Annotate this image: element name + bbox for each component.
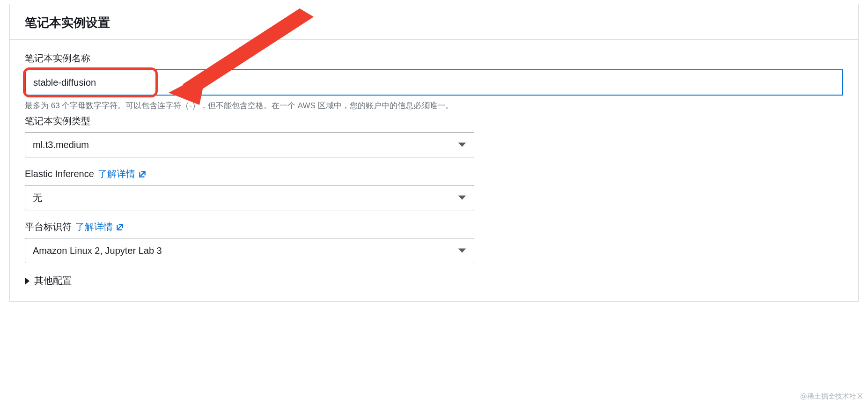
notebook-name-input[interactable] — [25, 69, 843, 96]
instance-type-value: ml.t3.medium — [33, 140, 89, 150]
field-instance-type: 笔记本实例类型 ml.t3.medium — [25, 115, 843, 157]
platform-identifier-select[interactable]: Amazon Linux 2, Jupyter Lab 3 — [25, 238, 474, 263]
elastic-inference-value: 无 — [33, 192, 42, 204]
platform-identifier-value: Amazon Linux 2, Jupyter Lab 3 — [33, 245, 162, 256]
notebook-settings-panel: 笔记本实例设置 笔记本实例名称 最多为 63 个字母数字字符。可以包含连字符（-… — [9, 4, 859, 302]
label-elastic-inference: Elastic Inference — [25, 169, 94, 179]
label-instance-type: 笔记本实例类型 — [25, 115, 843, 127]
label-notebook-name: 笔记本实例名称 — [25, 52, 843, 65]
other-config-label: 其他配置 — [34, 274, 72, 287]
panel-body: 笔记本实例名称 最多为 63 个字母数字字符。可以包含连字符（-），但不能包含空… — [10, 40, 858, 287]
help-notebook-name: 最多为 63 个字母数字字符。可以包含连字符（-），但不能包含空格。在一个 AW… — [25, 100, 843, 111]
link-text: 了解详情 — [98, 168, 135, 180]
external-link-icon — [116, 223, 124, 231]
caret-right-icon — [25, 277, 29, 285]
label-platform-identifier: 平台标识符 — [25, 221, 72, 233]
panel-header: 笔记本实例设置 — [10, 4, 858, 40]
field-platform-identifier: 平台标识符 了解详情 Amazon Linux 2, Jupyter Lab 3 — [25, 221, 843, 263]
instance-type-select[interactable]: ml.t3.medium — [25, 132, 474, 157]
link-text: 了解详情 — [75, 221, 113, 233]
external-link-icon — [138, 170, 147, 178]
panel-title: 笔记本实例设置 — [25, 15, 843, 31]
platform-learn-more-link[interactable]: 了解详情 — [75, 221, 124, 233]
field-notebook-name: 笔记本实例名称 最多为 63 个字母数字字符。可以包含连字符（-），但不能包含空… — [25, 52, 843, 111]
elastic-inference-learn-more-link[interactable]: 了解详情 — [98, 168, 147, 180]
field-elastic-inference: Elastic Inference 了解详情 无 — [25, 168, 843, 210]
watermark: @稀土掘金技术社区 — [800, 392, 863, 400]
elastic-inference-select[interactable]: 无 — [25, 185, 474, 210]
other-config-expander[interactable]: 其他配置 — [25, 274, 843, 287]
